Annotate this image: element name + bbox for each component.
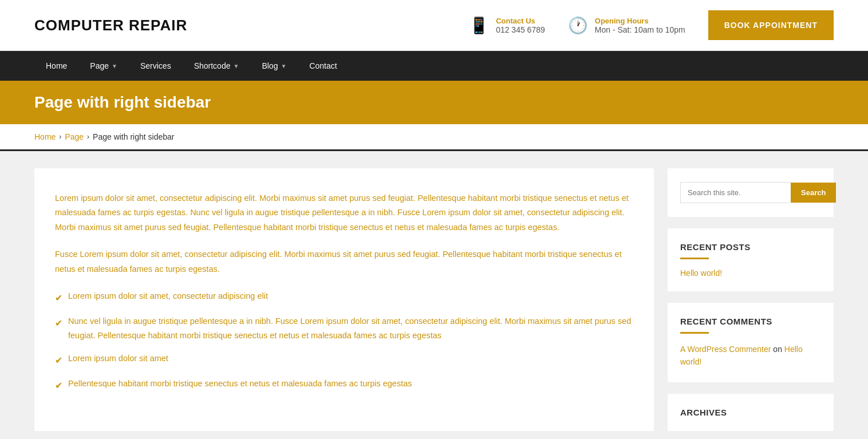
chevron-down-icon: ▼ xyxy=(112,63,117,69)
recent-comments-widget: RECENT COMMENTS A WordPress Commenter on… xyxy=(668,303,834,382)
hours-item: 🕐 Opening Hours Mon - Sat: 10am to 10pm xyxy=(568,16,685,35)
site-header: COMPUTER REPAIR 📱 Contact Us 012 345 678… xyxy=(0,0,868,51)
commenter-name-link[interactable]: A WordPress Commenter xyxy=(680,345,771,354)
recent-comments-underline xyxy=(680,332,709,334)
breadcrumb-home[interactable]: Home xyxy=(34,132,56,141)
hours-value: Mon - Sat: 10am to 10pm xyxy=(595,25,685,34)
check-icon: ✔ xyxy=(55,290,62,306)
contact-phone: 012 345 6789 xyxy=(496,25,545,34)
nav-item-shortcode[interactable]: Shortcode ▼ xyxy=(183,51,251,81)
content-area: Lorem ipsum dolor sit amet, consectetur … xyxy=(34,168,654,431)
check-icon: ✔ xyxy=(55,378,62,394)
clock-icon: 🕐 xyxy=(568,16,588,35)
sidebar: Search RECENT POSTS Hello world! RECENT … xyxy=(668,168,834,431)
header-contact: 📱 Contact Us 012 345 6789 🕐 Opening Hour… xyxy=(469,10,834,40)
check-icon: ✔ xyxy=(55,315,62,331)
recent-posts-underline xyxy=(680,258,709,259)
list-item: ✔ Pellentesque habitant morbi tristique … xyxy=(55,377,633,394)
main-nav: Home Page ▼ Services Shortcode ▼ Blog ▼ … xyxy=(0,51,868,81)
commenter-on: on xyxy=(773,345,784,354)
recent-posts-widget: RECENT POSTS Hello world! xyxy=(668,228,834,291)
comment-entry: A WordPress Commenter on Hello world! xyxy=(680,343,821,369)
book-appointment-button[interactable]: BOOK APPOINTMENT xyxy=(708,10,834,40)
search-widget: Search xyxy=(668,168,834,217)
content-para-2: Fusce Lorem ipsum dolor sit amet, consec… xyxy=(55,247,633,276)
chevron-down-icon: ▼ xyxy=(281,63,286,69)
search-button[interactable]: Search xyxy=(791,183,836,203)
main-area: Lorem ipsum dolor sit amet, consectetur … xyxy=(0,151,868,439)
recent-post-link[interactable]: Hello world! xyxy=(680,268,821,278)
site-title: COMPUTER REPAIR xyxy=(34,17,187,34)
content-checklist: ✔ Lorem ipsum dolor sit amet, consectetu… xyxy=(55,289,633,394)
list-item: ✔ Lorem ipsum dolor sit amet xyxy=(55,351,633,369)
recent-posts-title: RECENT POSTS xyxy=(680,242,821,252)
nav-item-contact[interactable]: Contact xyxy=(298,51,348,81)
list-item: ✔ Lorem ipsum dolor sit amet, consectetu… xyxy=(55,289,633,306)
contact-label: Contact Us xyxy=(496,17,545,25)
content-para-1: Lorem ipsum dolor sit amet, consectetur … xyxy=(55,191,633,235)
breadcrumb-current: Page with right sidebar xyxy=(93,132,174,141)
page-title-bar: Page with right sidebar xyxy=(0,81,868,124)
nav-item-blog[interactable]: Blog ▼ xyxy=(250,51,298,81)
search-input[interactable] xyxy=(680,182,791,203)
breadcrumb-page[interactable]: Page xyxy=(65,132,84,141)
breadcrumb: Home › Page › Page with right sidebar xyxy=(0,124,868,151)
archives-widget: ARCHIVES xyxy=(668,394,834,431)
list-item: ✔ Nunc vel ligula in augue tristique pel… xyxy=(55,314,633,343)
nav-item-home[interactable]: Home xyxy=(34,51,78,81)
contact-item: 📱 Contact Us 012 345 6789 xyxy=(469,16,545,35)
check-icon: ✔ xyxy=(55,353,62,369)
nav-item-page[interactable]: Page ▼ xyxy=(78,51,129,81)
phone-icon: 📱 xyxy=(469,16,489,35)
recent-comments-title: RECENT COMMENTS xyxy=(680,317,821,326)
nav-item-services[interactable]: Services xyxy=(129,51,183,81)
chevron-down-icon: ▼ xyxy=(233,63,239,69)
breadcrumb-sep-1: › xyxy=(59,133,61,141)
breadcrumb-sep-2: › xyxy=(87,133,89,141)
archives-title: ARCHIVES xyxy=(680,408,821,417)
hours-label: Opening Hours xyxy=(595,17,685,25)
page-title: Page with right sidebar xyxy=(34,93,834,112)
